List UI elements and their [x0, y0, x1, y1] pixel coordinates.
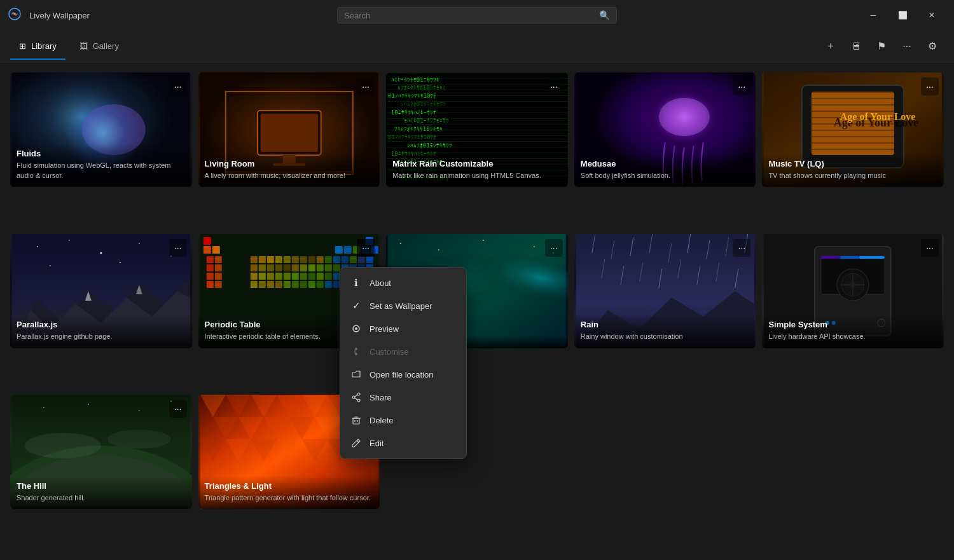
svg-rect-98: [333, 264, 340, 271]
svg-rect-132: [333, 281, 340, 288]
card-simple-title: Simple System: [768, 320, 937, 331]
monitor-button[interactable]: 🖥: [845, 35, 868, 58]
context-menu-share-label: Share: [370, 393, 392, 402]
card-medusae[interactable]: Medusae Soft body jellyfish simulation. …: [574, 72, 756, 187]
context-menu-edit[interactable]: Edit: [340, 432, 466, 454]
card-fluids-overlay: Fluids Fluid simulation using WebGL, rea…: [10, 144, 192, 187]
restore-button[interactable]: ⬜: [888, 5, 917, 25]
svg-point-50: [100, 252, 102, 254]
svg-point-1: [13, 13, 16, 15]
card-rain-title: Rain: [581, 320, 750, 331]
svg-rect-35: [812, 104, 894, 106]
svg-rect-72: [258, 256, 265, 263]
context-menu-edit-label: Edit: [370, 439, 384, 448]
card-triangles-title: Triangles & Light: [205, 481, 374, 492]
card-simple-menu[interactable]: ···: [921, 239, 939, 257]
card-hill[interactable]: The Hill Shader generated hill. ···: [10, 395, 192, 509]
svg-rect-73: [266, 256, 273, 263]
svg-text:ﾂｷﾑﾌｵﾋｸｷｻ10ｼﾅﾓﾊ: ﾂｷﾑﾌｵﾋｸｷｻ10ｼﾅﾓﾊ: [394, 126, 443, 132]
customise-icon: [350, 346, 362, 357]
card-living-desc: A lively room with music, visualizer and…: [205, 171, 374, 181]
app-title: Lively Wallpaper: [29, 11, 90, 20]
svg-point-214: [352, 396, 355, 399]
delete-icon: [350, 414, 362, 426]
gallery-icon: 🖼: [80, 41, 88, 51]
svg-rect-95: [308, 264, 315, 271]
card-matrix[interactable]: ﾊﾐﾋｰｳｼﾅﾓ01ﾆｻﾜﾂｷ ﾑﾌｵﾋｸｷｻｶ10ｼﾅﾓﾊﾐ 01ﾉﾊﾌｳｷｼ…: [386, 72, 568, 187]
card-rain-menu[interactable]: ···: [733, 239, 750, 257]
svg-rect-93: [291, 264, 298, 271]
svg-rect-108: [275, 273, 282, 280]
context-menu-about[interactable]: ℹ About: [340, 271, 466, 294]
card-parallax[interactable]: Parallax.js Parallax.js engine github pa…: [10, 234, 192, 348]
card-fluids-menu[interactable]: ···: [169, 78, 187, 95]
svg-rect-34: [812, 98, 894, 99]
svg-rect-87: [214, 264, 221, 271]
svg-text:Age of Your Love: Age of Your Love: [840, 111, 916, 123]
close-button[interactable]: ✕: [917, 5, 946, 25]
card-parallax-menu[interactable]: ···: [169, 239, 187, 257]
svg-text:ﾑﾌｵﾋｸｷｻｶ10ｼﾅﾓﾊﾐ: ﾑﾌｵﾋｸｷｻｶ10ｼﾅﾓﾊﾐ: [398, 85, 446, 91]
card-medusae-menu[interactable]: ···: [733, 78, 750, 95]
context-menu-about-label: About: [370, 278, 391, 288]
minimize-button[interactable]: ─: [859, 5, 888, 25]
svg-rect-96: [316, 264, 323, 271]
checkmark-icon: ✓: [350, 300, 362, 311]
card-rain[interactable]: Rain Rainy window with customisation ···: [574, 234, 756, 348]
svg-rect-77: [300, 256, 307, 263]
svg-rect-114: [324, 273, 331, 280]
svg-text:10ﾆｻﾜﾂｷﾊﾐﾋｰｳｼﾅ: 10ﾆｻﾜﾂｷﾊﾐﾋｰｳｼﾅ: [391, 109, 436, 116]
svg-point-213: [357, 393, 360, 395]
svg-rect-86: [206, 264, 213, 271]
svg-rect-107: [266, 273, 273, 280]
card-periodic-menu[interactable]: ···: [357, 239, 375, 257]
add-button[interactable]: ＋: [819, 35, 842, 58]
svg-rect-88: [250, 264, 257, 271]
nav-tabs: ⊞ Library 🖼 Gallery: [10, 38, 128, 55]
context-menu-share[interactable]: Share: [340, 386, 466, 409]
search-bar[interactable]: 🔍: [337, 7, 617, 24]
card-musictv[interactable]: Age of Your Love Age of Your Love Music …: [762, 72, 944, 187]
card-living[interactable]: Living Room A lively room with music, vi…: [198, 72, 380, 187]
svg-rect-78: [308, 256, 315, 263]
card-northern-menu[interactable]: ···: [545, 239, 563, 257]
svg-rect-113: [316, 273, 323, 280]
svg-rect-97: [324, 264, 331, 271]
svg-rect-94: [300, 264, 307, 271]
svg-rect-123: [258, 281, 265, 288]
context-menu-set-wallpaper[interactable]: ✓ Set as Wallpaper: [340, 294, 466, 317]
svg-point-212: [355, 353, 357, 355]
svg-rect-126: [283, 281, 290, 288]
svg-point-215: [357, 399, 360, 402]
svg-text:ﾓﾊﾐﾋ01ｰｳｼﾅﾓﾆｻﾜ: ﾓﾊﾐﾋ01ｰｳｼﾅﾓﾆｻﾜ: [404, 118, 449, 124]
card-musictv-menu[interactable]: ···: [921, 78, 939, 95]
wallpaper-grid: Fluids Fluid simulation using WebGL, rea…: [0, 62, 954, 560]
svg-rect-91: [275, 264, 282, 271]
search-icon[interactable]: 🔍: [599, 10, 610, 20]
flag-button[interactable]: ⚑: [870, 35, 893, 58]
card-living-menu[interactable]: ···: [357, 78, 375, 95]
context-menu-preview[interactable]: Preview: [340, 317, 466, 340]
svg-rect-70: [214, 256, 221, 263]
card-hill-menu[interactable]: ···: [169, 400, 187, 418]
context-menu-open-file[interactable]: Open file location: [340, 363, 466, 386]
card-matrix-menu[interactable]: ···: [545, 78, 563, 95]
tab-gallery[interactable]: 🖼 Gallery: [71, 38, 128, 55]
title-bar: Lively Wallpaper 🔍 ─ ⬜ ✕: [0, 0, 954, 31]
more-button[interactable]: ···: [895, 35, 918, 58]
card-simple[interactable]: Simple System Lively hardware API showca…: [762, 234, 944, 348]
search-input[interactable]: [344, 11, 599, 20]
card-parallax-overlay: Parallax.js Parallax.js engine github pa…: [10, 315, 192, 348]
svg-point-51: [139, 243, 140, 244]
card-fluids[interactable]: Fluids Fluid simulation using WebGL, rea…: [10, 72, 192, 187]
svg-rect-63: [212, 246, 219, 254]
svg-point-142: [483, 240, 484, 241]
svg-point-210: [355, 327, 357, 330]
svg-rect-84: [357, 256, 364, 263]
settings-button[interactable]: ⚙: [921, 35, 944, 58]
preview-icon: [350, 323, 362, 334]
svg-rect-41: [812, 142, 894, 144]
svg-line-222: [357, 440, 359, 442]
context-menu-delete[interactable]: Delete: [340, 409, 466, 432]
tab-library[interactable]: ⊞ Library: [10, 38, 66, 55]
